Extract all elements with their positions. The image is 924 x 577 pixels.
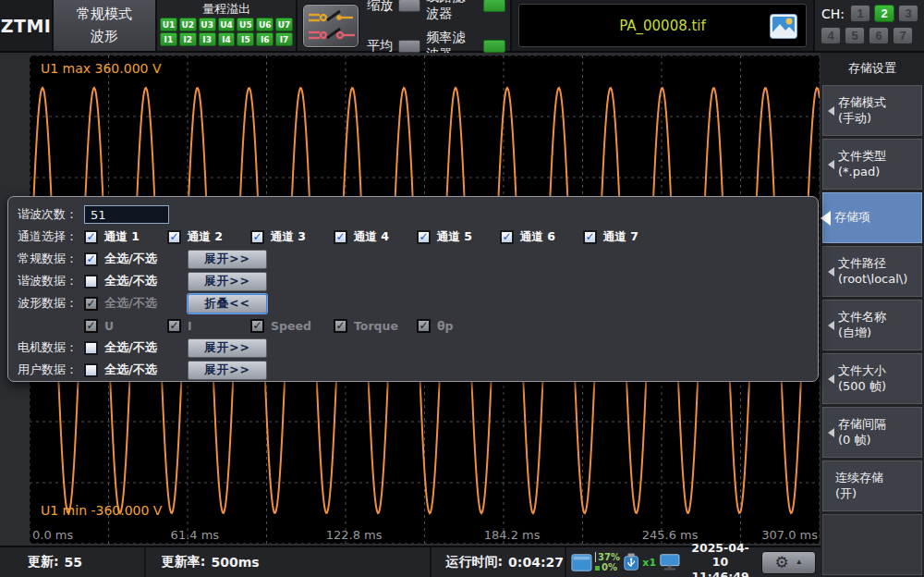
- channel-row-bottom: 4 5 6 7: [821, 27, 918, 44]
- normal-data-expand-button[interactable]: 展开>>: [188, 250, 267, 269]
- sidebar-item-continuous-storage[interactable]: 连续存储(开): [822, 460, 922, 511]
- status-bar: 更新: 55 更新率: 500ms 运行时间: 0:04:27 37% 0%: [0, 546, 821, 577]
- overflow-led-i3: I3: [199, 32, 216, 46]
- channel-1-option[interactable]: 通道 1: [84, 229, 167, 245]
- channel-button-1[interactable]: 1: [850, 5, 870, 22]
- settings-menu-button[interactable]: ⚙ ▲: [761, 551, 816, 574]
- wave-item-thetap[interactable]: θp: [417, 319, 500, 333]
- mode-label: 常规模式: [77, 6, 132, 23]
- motor-data-row: 电机数据： 全选/不选 展开>>: [18, 337, 818, 359]
- channel-7-checkbox[interactable]: [583, 230, 597, 244]
- channel-4-option[interactable]: 通道 4: [334, 229, 417, 245]
- wave-item-u[interactable]: U: [84, 319, 167, 333]
- chevron-left-icon: [821, 211, 831, 226]
- channel-7-option[interactable]: 通道 7: [583, 229, 666, 245]
- mode-button[interactable]: 常规模式 波形: [54, 0, 157, 51]
- select-all-label: 全选/不选: [104, 339, 186, 356]
- channel-button-3[interactable]: 3: [898, 5, 918, 22]
- u-checkbox[interactable]: [84, 319, 98, 333]
- file-display-section: PA_00008.tif: [512, 0, 815, 51]
- overflow-led-i1: I1: [160, 32, 177, 46]
- channel-5-checkbox[interactable]: [417, 230, 431, 244]
- i-checkbox[interactable]: [167, 319, 181, 333]
- thetap-checkbox[interactable]: [417, 319, 431, 333]
- channel-5-option[interactable]: 通道 5: [417, 229, 500, 245]
- channel-2-checkbox[interactable]: [167, 230, 181, 244]
- chevron-left-icon: [828, 321, 834, 330]
- zoom-status-led: [398, 0, 420, 12]
- average-label: 平均: [367, 38, 393, 55]
- wave-data-checkbox[interactable]: [84, 297, 98, 311]
- overflow-led-i2: I2: [179, 32, 197, 46]
- trace-max-label: U1 max 360.000 V: [41, 61, 161, 76]
- channel-button-4[interactable]: 4: [821, 27, 841, 44]
- wave-item-i[interactable]: I: [167, 319, 250, 333]
- select-all-label: 全选/不选: [104, 273, 186, 289]
- usb-icon[interactable]: [623, 552, 639, 572]
- user-data-row: 用户数据： 全选/不选 展开>>: [18, 359, 818, 381]
- time-tick-2: 122.8 ms: [326, 528, 383, 542]
- normal-data-checkbox[interactable]: [84, 252, 98, 266]
- storage-items-dialog: 谐波次数： 通道选择： 通道 1 通道 2 通道 3 通道 4: [7, 196, 819, 382]
- channel-2-option[interactable]: 通道 2: [167, 229, 250, 245]
- harmonic-count-input[interactable]: [84, 205, 169, 224]
- sidebar-item-file-size[interactable]: 文件大小(500 帧): [822, 353, 922, 404]
- channel-button-7[interactable]: 7: [893, 27, 913, 44]
- wave-item-speed[interactable]: Speed: [250, 319, 334, 333]
- torque-checkbox[interactable]: [334, 319, 347, 333]
- speed-checkbox[interactable]: [250, 319, 264, 333]
- harmonic-data-expand-button[interactable]: 展开>>: [188, 272, 267, 291]
- motor-data-expand-button[interactable]: 展开>>: [188, 338, 267, 358]
- channel-4-checkbox[interactable]: [334, 230, 347, 244]
- runtime-value: 0:04:27: [508, 555, 564, 570]
- channel-button-5[interactable]: 5: [845, 27, 865, 44]
- storage-settings-sidebar: 存储设置 存储模式(手动) 文件类型(*.pad) 存储项 文件路径(root\…: [821, 53, 924, 577]
- sidebar-item-storage-items[interactable]: 存储项: [822, 192, 922, 243]
- harmonic-data-label: 谐波数据：: [18, 273, 84, 289]
- user-data-checkbox[interactable]: [84, 363, 98, 377]
- wave-item-torque[interactable]: Torque: [334, 319, 417, 333]
- time-tick-1: 61.4 ms: [171, 528, 220, 542]
- sidebar-item-file-path[interactable]: 文件路径(root\local\): [822, 246, 922, 297]
- channel-3-checkbox[interactable]: [250, 230, 264, 244]
- time-tick-3: 184.2 ms: [484, 528, 541, 542]
- image-icon: [770, 14, 797, 39]
- channel-6-checkbox[interactable]: [500, 230, 514, 244]
- wave-data-row: 波形数据： 全选/不选 折叠<<: [18, 292, 818, 314]
- network-display-icon[interactable]: [659, 552, 681, 572]
- update-count-section: 更新: 55: [0, 547, 146, 577]
- sidebar-title: 存储设置: [822, 55, 922, 82]
- gear-icon: ⚙: [775, 555, 789, 571]
- time-tick-0: 0.0 ms: [32, 528, 73, 542]
- zoom-label: 缩放: [367, 0, 393, 14]
- harmonic-count-label: 谐波次数：: [18, 206, 84, 223]
- disk-usage-text: 37% 0%: [595, 552, 620, 572]
- wave-data-label: 波形数据：: [18, 295, 84, 312]
- screenshot-file-display[interactable]: PA_00008.tif: [518, 4, 807, 47]
- average-status-led: [398, 40, 420, 53]
- chevron-left-icon: [828, 160, 834, 169]
- overflow-led-u1: U1: [160, 18, 177, 31]
- channel-button-6[interactable]: 6: [869, 27, 889, 44]
- harmonic-data-checkbox[interactable]: [84, 275, 98, 288]
- channel-button-2[interactable]: 2: [874, 5, 894, 22]
- overflow-led-u2: U2: [179, 18, 197, 31]
- runtime-section: 运行时间: 0:04:27: [432, 547, 567, 577]
- sidebar-item-storage-mode[interactable]: 存储模式(手动): [822, 85, 922, 136]
- wiring-settings-button[interactable]: [302, 4, 359, 48]
- wave-items-row: U I Speed Torque θp: [18, 314, 818, 337]
- select-all-label: 全选/不选: [104, 362, 186, 378]
- channel-1-checkbox[interactable]: [84, 230, 98, 244]
- channel-6-option[interactable]: 通道 6: [500, 229, 583, 245]
- power-analyzer-app: ZTMI 常规模式 波形 量程溢出 U1 U2 U3 U4 U5 U6 U7 I…: [0, 0, 924, 577]
- sidebar-item-file-type[interactable]: 文件类型(*.pad): [822, 139, 922, 190]
- motor-data-checkbox[interactable]: [84, 341, 98, 355]
- channel-3-option[interactable]: 通道 3: [250, 229, 334, 245]
- usb-count-text: x1: [642, 557, 656, 569]
- user-data-expand-button[interactable]: 展开>>: [188, 361, 267, 380]
- wave-data-collapse-button[interactable]: 折叠<<: [188, 294, 267, 313]
- wiring-icon: [305, 8, 357, 43]
- sidebar-item-storage-interval[interactable]: 存储间隔(0 帧): [822, 407, 922, 458]
- sidebar-item-file-name[interactable]: 文件名称(自增): [822, 300, 922, 350]
- update-rate-label: 更新率:: [162, 554, 206, 571]
